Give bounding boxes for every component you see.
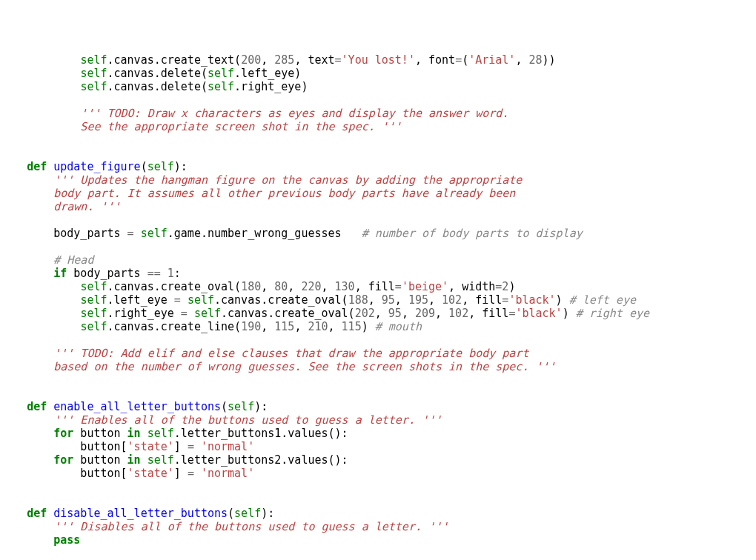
code-line: drawn. ''' (0, 200, 121, 213)
code-line: def disable_all_letter_buttons(self): (0, 507, 274, 520)
code-line: self.right_eye = self.canvas.create_oval… (0, 307, 649, 320)
code-line: body_parts = self.game.number_wrong_gues… (0, 227, 583, 240)
code-line: def enable_all_letter_buttons(self): (0, 400, 268, 413)
code-block: self.canvas.create_text(200, 285, text='… (0, 53, 756, 560)
code-line: self.canvas.create_line(190, 115, 210, 1… (0, 320, 422, 333)
code-line: def update_figure(self): (0, 160, 188, 173)
code-line: if body_parts == 1: (0, 267, 181, 280)
code-line: button['state'] = 'normal' (0, 467, 254, 480)
code-line: ''' Disables all of the buttons used to … (0, 520, 448, 533)
code-line: body part. It assumes all other previous… (0, 187, 515, 200)
code-line: for button in self.letter_buttons1.value… (0, 427, 348, 440)
code-line: based on the number of wrong guesses. Se… (0, 360, 556, 373)
code-line: ''' TODO: Draw x characters as eyes and … (0, 107, 508, 120)
code-line: ''' TODO: Add elif and else clauses that… (0, 347, 528, 360)
code-line: ''' Updates the hangman figure on the ca… (0, 173, 522, 187)
code-line: self.canvas.create_text(200, 285, text='… (0, 53, 556, 67)
code-line: # Head (0, 253, 93, 267)
code-line: for button in self.letter_buttons2.value… (0, 453, 348, 467)
code-line: self.left_eye = self.canvas.create_oval(… (0, 293, 636, 307)
code-line: self.canvas.delete(self.left_eye) (0, 67, 301, 80)
code-line: pass (0, 533, 80, 547)
code-line: ''' Enables all of the buttons used to g… (0, 413, 442, 427)
code-line: self.canvas.create_oval(180, 80, 220, 13… (0, 280, 515, 293)
code-line: button['state'] = 'normal' (0, 440, 254, 453)
code-line: self.canvas.delete(self.right_eye) (0, 80, 308, 93)
code-line: See the appropriate screen shot in the s… (0, 120, 402, 133)
